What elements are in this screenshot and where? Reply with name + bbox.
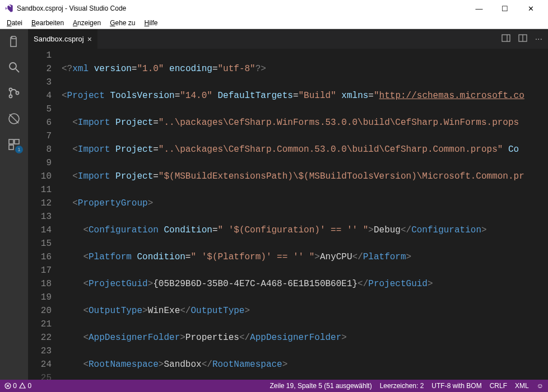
code-line: <ProjectGuid>{05B29B6D-35B0-4E7C-A468-6E… (62, 277, 548, 291)
status-lang[interactable]: XML (515, 382, 529, 390)
code-editor[interactable]: 1234567891011121314151617181920212223242… (28, 49, 548, 380)
debug-icon[interactable] (6, 111, 22, 127)
layout-icon[interactable] (518, 34, 527, 45)
code-line: <Configuration Condition=" '$(Configurat… (62, 223, 548, 237)
svg-rect-8 (15, 139, 19, 144)
code-line: <?xml version="1.0" encoding="utf-8"?> (62, 62, 548, 76)
status-errors[interactable]: 0 (4, 382, 17, 390)
extensions-badge: 1 (15, 146, 23, 153)
window-titlebar: Sandbox.csproj - Visual Studio Code — ☐ … (0, 0, 548, 17)
status-eol[interactable]: CRLF (490, 382, 507, 390)
smiley-icon[interactable]: ☺ (537, 382, 544, 390)
code-line: <Platform Condition=" '$(Platform)' == '… (62, 250, 548, 264)
window-title: Sandbox.csproj - Visual Studio Code (17, 4, 466, 12)
svg-point-3 (10, 95, 12, 98)
source-control-icon[interactable] (6, 85, 22, 101)
statusbar: 0 0 Zeile 19, Spalte 5 (51 ausgewählt) L… (0, 380, 548, 392)
svg-rect-9 (9, 145, 13, 150)
code-line: <PropertyGroup> (62, 197, 548, 210)
split-editor-icon[interactable] (501, 34, 510, 45)
menu-view[interactable]: Anzeigen (68, 18, 105, 28)
minimize-button[interactable]: — (466, 0, 492, 17)
svg-point-4 (16, 92, 19, 95)
tabbar: Sandbox.csproj × ··· (28, 29, 548, 49)
tab-sandbox-csproj[interactable]: Sandbox.csproj × (28, 29, 97, 49)
code-content[interactable]: <?xml version="1.0" encoding="utf-8"?> <… (62, 49, 548, 380)
svg-point-2 (10, 88, 12, 91)
vscode-icon (4, 4, 13, 13)
tab-label: Sandbox.csproj (34, 35, 84, 43)
code-line: <RootNamespace>Sandbox</RootNamespace> (62, 358, 548, 371)
menu-edit[interactable]: Bearbeiten (27, 18, 68, 28)
code-line: <Project ToolsVersion="14.0" DefaultTarg… (62, 89, 548, 102)
menu-goto[interactable]: Gehe zu (105, 18, 140, 28)
extensions-icon[interactable]: 1 (6, 137, 22, 152)
menu-file[interactable]: Datei (2, 18, 27, 28)
maximize-button[interactable]: ☐ (492, 0, 518, 17)
menu-help[interactable]: Hilfe (140, 18, 162, 28)
close-button[interactable]: ✕ (518, 0, 544, 17)
code-line: <OutputType>WinExe</OutputType> (62, 304, 548, 318)
svg-point-0 (10, 63, 16, 69)
close-icon[interactable]: × (87, 35, 92, 44)
svg-rect-7 (9, 139, 13, 144)
line-gutter: 1234567891011121314151617181920212223242… (28, 49, 62, 380)
search-icon[interactable] (6, 59, 22, 75)
svg-rect-10 (502, 35, 510, 41)
svg-line-1 (16, 69, 19, 72)
explorer-icon[interactable] (6, 34, 22, 49)
status-cursor[interactable]: Zeile 19, Spalte 5 (51 ausgewählt) (270, 382, 372, 390)
code-line: <Import Project="..\packages\CefSharp.Co… (62, 143, 548, 156)
svg-line-6 (10, 114, 18, 123)
code-line: <AppDesignerFolder>Properties</AppDesign… (62, 331, 548, 344)
menubar: Datei Bearbeiten Anzeigen Gehe zu Hilfe (0, 17, 548, 29)
editor-area: Sandbox.csproj × ··· 1234567891011121314… (28, 29, 548, 380)
activity-bar: 1 (0, 29, 28, 380)
status-indent[interactable]: Leerzeichen: 2 (380, 382, 424, 390)
more-icon[interactable]: ··· (535, 34, 542, 44)
status-warnings[interactable]: 0 (19, 382, 31, 390)
status-encoding[interactable]: UTF-8 with BOM (431, 382, 481, 390)
code-line: <Import Project="..\packages\CefSharp.Wi… (62, 116, 548, 129)
code-line: <Import Project="$(MSBuildExtensionsPath… (62, 170, 548, 183)
